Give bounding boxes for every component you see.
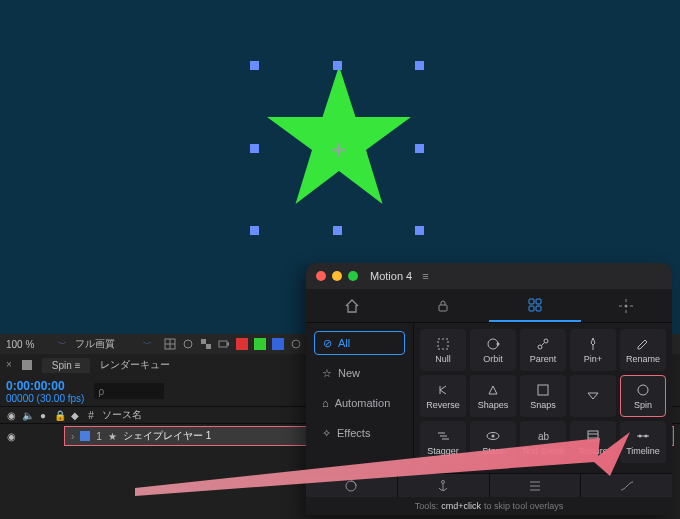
source-name-column[interactable]: ソース名 [102, 408, 142, 422]
footer-color-icon[interactable] [306, 474, 398, 497]
tool-parent[interactable]: Parent [520, 329, 566, 371]
svg-rect-12 [529, 306, 534, 311]
resize-handle-mid-right[interactable] [415, 144, 424, 153]
window-close-icon[interactable] [316, 271, 326, 281]
panel-hint-text: Tools:cmd+clickto skip tool overlays [306, 497, 672, 515]
tool-spin[interactable]: Spin [620, 375, 666, 417]
svg-point-29 [638, 385, 648, 395]
tool-reverse[interactable]: Reverse [420, 375, 466, 417]
tool-timeline[interactable]: Timeline [620, 421, 666, 463]
audio-column-icon[interactable]: 🔈 [22, 410, 32, 421]
exposure-icon[interactable] [290, 338, 302, 350]
layer-name[interactable]: シェイプレイヤー 1 [123, 429, 211, 443]
svg-rect-5 [201, 339, 206, 344]
tab-home-icon[interactable] [306, 289, 398, 322]
sidebar-item-all[interactable]: ⊘All [314, 331, 405, 355]
footer-ease-icon[interactable] [581, 474, 672, 497]
eye-column-icon[interactable]: ◉ [6, 410, 16, 421]
svg-rect-6 [206, 344, 211, 349]
index-column: # [86, 410, 96, 421]
grid-icon[interactable] [164, 338, 176, 350]
tool-text-break[interactable]: abText-Break [520, 421, 566, 463]
panel-title: Motion 4 [370, 270, 412, 282]
panel-titlebar[interactable]: Motion 4 ≡ [306, 263, 672, 289]
tool-texture[interactable]: Texture [570, 421, 616, 463]
sidebar-item-new[interactable]: ☆New [314, 361, 405, 385]
svg-rect-13 [536, 306, 541, 311]
twirl-icon[interactable]: › [71, 431, 74, 442]
window-zoom-icon[interactable] [348, 271, 358, 281]
sidebar-item-effects[interactable]: ✧Effects [314, 421, 405, 445]
svg-rect-19 [438, 339, 448, 349]
svg-rect-27 [538, 385, 548, 395]
resize-handle-bot-mid[interactable] [333, 226, 342, 235]
svg-point-43 [442, 480, 445, 483]
panel-menu-icon[interactable]: ≡ [422, 270, 428, 282]
svg-point-8 [292, 340, 300, 348]
svg-point-14 [625, 304, 628, 307]
tool-null[interactable]: Null [420, 329, 466, 371]
tab-render-queue[interactable]: レンダーキュー [100, 358, 170, 372]
svg-rect-11 [536, 299, 541, 304]
anchor-point-icon[interactable] [334, 145, 344, 155]
quality-dropdown[interactable]: フル画質 [75, 337, 135, 351]
tab-grid-icon[interactable] [489, 289, 581, 322]
tab-spin[interactable]: Spin ≡ [42, 358, 91, 373]
camera-icon[interactable] [218, 338, 230, 350]
svg-point-22 [538, 345, 542, 349]
panel-close-icon[interactable]: × [6, 359, 12, 371]
tool-rename[interactable]: Rename [620, 329, 666, 371]
shape-layer-star-icon: ★ [108, 431, 117, 442]
chevron-down-icon: ﹀ [143, 338, 152, 351]
current-timecode[interactable]: 0:00:00:00 [6, 379, 84, 393]
footer-align-icon[interactable] [490, 474, 582, 497]
svg-point-4 [184, 340, 192, 348]
robot-icon: ⌂ [322, 397, 329, 409]
selection-bounding-box[interactable] [254, 65, 420, 231]
resize-handle-top-right[interactable] [415, 61, 424, 70]
tab-target-icon[interactable] [581, 289, 673, 322]
window-minimize-icon[interactable] [332, 271, 342, 281]
tool-pin-plus[interactable]: Pin+ [570, 329, 616, 371]
resize-handle-bot-right[interactable] [415, 226, 424, 235]
panel-color-swatch [22, 360, 32, 370]
panel-category-sidebar: ⊘All ☆New ⌂Automation ✧Effects [306, 323, 414, 473]
solo-column-icon[interactable]: ● [38, 410, 48, 421]
timeline-search-input[interactable] [94, 383, 164, 399]
label-column-icon[interactable]: ◆ [70, 410, 80, 421]
svg-marker-26 [489, 386, 497, 394]
resize-handle-mid-left[interactable] [250, 144, 259, 153]
svg-rect-7 [219, 341, 227, 347]
tool-shapes[interactable]: Shapes [470, 375, 516, 417]
sidebar-item-automation[interactable]: ⌂Automation [314, 391, 405, 415]
layer-visibility-eye-icon[interactable]: ◉ [6, 431, 16, 442]
svg-text:ab: ab [538, 431, 550, 442]
svg-point-40 [639, 435, 642, 438]
tool-orbit[interactable]: Orbit [470, 329, 516, 371]
tool-snaps[interactable]: Snaps [520, 375, 566, 417]
channel-red-icon[interactable] [236, 338, 248, 350]
tab-lock-icon[interactable] [398, 289, 490, 322]
layer-color-label[interactable] [80, 431, 90, 441]
tool-stare[interactable]: Stare [470, 421, 516, 463]
channel-green-icon[interactable] [254, 338, 266, 350]
sparkle-icon: ✧ [322, 427, 331, 440]
resize-handle-top-mid[interactable] [333, 61, 342, 70]
transparency-icon[interactable] [200, 338, 212, 350]
panel-menu-icon[interactable]: ≡ [75, 360, 81, 371]
layer-index: 1 [96, 431, 102, 442]
tool-sort[interactable] [570, 375, 616, 417]
svg-rect-10 [529, 299, 534, 304]
svg-point-23 [544, 339, 548, 343]
tool-stagger[interactable]: Stagger [420, 421, 466, 463]
svg-marker-28 [588, 393, 598, 399]
mask-icon[interactable] [182, 338, 194, 350]
lock-column-icon[interactable]: 🔒 [54, 410, 64, 421]
resize-handle-bot-left[interactable] [250, 226, 259, 235]
chevron-down-icon: ﹀ [58, 338, 67, 351]
footer-anchor-icon[interactable] [398, 474, 490, 497]
resize-handle-top-left[interactable] [250, 61, 259, 70]
channel-blue-icon[interactable] [272, 338, 284, 350]
svg-point-34 [492, 435, 495, 438]
zoom-dropdown[interactable]: 100 % [6, 339, 50, 350]
